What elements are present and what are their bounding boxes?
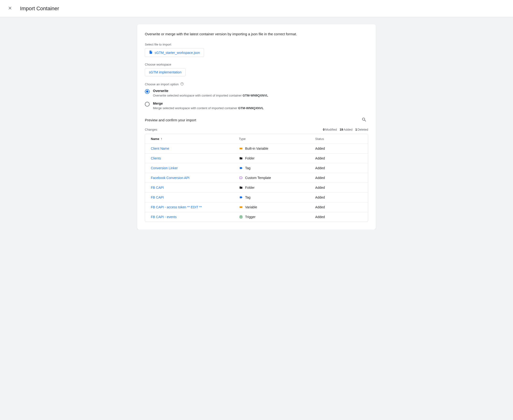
row-name-link[interactable]: FB CAPI - access token ** EDIT ** — [151, 205, 239, 209]
row-type: Variable — [239, 205, 315, 209]
row-type: Folder — [239, 186, 315, 189]
page-title: Import Container — [20, 6, 59, 12]
file-icon — [149, 50, 155, 55]
column-header-name[interactable]: Name ↑ — [151, 137, 239, 141]
row-type: Folder — [239, 156, 315, 160]
import-option-label: Choose an import option — [145, 82, 179, 86]
changes-row: Changes 0Modified 19Added 1Deleted — [145, 128, 368, 131]
import-options: Overwrite Overwrite selected workspace w… — [145, 89, 368, 110]
table-row: FB CAPI - access token ** EDIT **Variabl… — [145, 202, 368, 212]
merge-content: Merge Merge selected workspace with cont… — [153, 102, 264, 110]
changes-label: Changes — [145, 128, 157, 131]
row-type: Custom Template — [239, 176, 315, 180]
row-name-link[interactable]: FB CAPI — [151, 195, 239, 199]
table-row: Client NameBuilt-in VariableAdded — [145, 144, 368, 153]
row-type: Tag — [239, 166, 315, 170]
variable-icon — [239, 147, 243, 150]
help-icon[interactable] — [180, 82, 184, 87]
import-card: Overwrite or merge with the latest conta… — [137, 24, 376, 230]
row-status: Added — [315, 195, 362, 199]
folder-icon — [239, 186, 243, 189]
tag-icon — [239, 195, 243, 199]
folder-icon — [239, 156, 243, 160]
overwrite-radio[interactable]: Overwrite Overwrite selected workspace w… — [145, 89, 368, 97]
row-type: Trigger — [239, 215, 315, 219]
table-row: ClientsFolderAdded — [145, 153, 368, 163]
row-name-link[interactable]: Conversion Linker — [151, 166, 239, 170]
import-option-label-row: Choose an import option — [145, 82, 368, 87]
column-header-status[interactable]: Status — [315, 137, 362, 141]
changes-table: Name ↑ Type Status Client NameBuilt-in V… — [145, 134, 368, 222]
trigger-icon — [239, 215, 243, 219]
choose-workspace-label: Choose workspace — [145, 63, 368, 66]
row-status: Added — [315, 176, 362, 180]
table-row: Conversion LinkerTagAdded — [145, 163, 368, 173]
overwrite-content: Overwrite Overwrite selected workspace w… — [153, 89, 268, 97]
row-status: Added — [315, 147, 362, 150]
template-icon — [239, 176, 243, 180]
row-type: Built-in Variable — [239, 147, 315, 150]
row-name-link[interactable]: Clients — [151, 156, 239, 160]
close-icon — [8, 6, 12, 11]
merge-title: Merge — [153, 102, 264, 105]
changes-summary: 0Modified 19Added 1Deleted — [321, 128, 368, 131]
selected-file-name: sGTM_starter_workspace.json — [155, 51, 200, 55]
radio-selected-icon — [145, 89, 150, 94]
search-icon — [361, 120, 367, 123]
row-status: Added — [315, 166, 362, 170]
radio-unselected-icon — [145, 102, 150, 106]
overwrite-title: Overwrite — [153, 89, 268, 93]
preview-title: Preview and confirm your import — [145, 118, 196, 122]
table-row: FB CAPI - eventsTriggerAdded — [145, 212, 368, 222]
row-status: Added — [315, 186, 362, 189]
row-status: Added — [315, 215, 362, 219]
row-name-link[interactable]: Client Name — [151, 147, 239, 150]
container-id: GTM-WN9QXNVL — [243, 94, 268, 97]
intro-text: Overwrite or merge with the latest conta… — [145, 32, 368, 36]
row-status: Added — [315, 205, 362, 209]
row-name-link[interactable]: FB CAPI — [151, 186, 239, 189]
merge-radio[interactable]: Merge Merge selected workspace with cont… — [145, 102, 368, 110]
table-header: Name ↑ Type Status — [145, 134, 368, 144]
row-name-link[interactable]: Facebook Conversion API — [151, 176, 239, 180]
search-button[interactable] — [360, 116, 368, 124]
container-id: GTM-WN9QXNVL — [238, 106, 264, 110]
sort-ascending-icon: ↑ — [161, 137, 162, 141]
column-header-type[interactable]: Type — [239, 137, 315, 141]
table-row: Facebook Conversion APICustom TemplateAd… — [145, 173, 368, 183]
row-status: Added — [315, 156, 362, 160]
row-type: Tag — [239, 195, 315, 199]
modal-header: Import Container — [0, 0, 513, 17]
overwrite-desc: Overwrite selected workspace with conten… — [153, 94, 268, 97]
table-row: FB CAPITagAdded — [145, 193, 368, 202]
workspace-name: sGTM implementation — [149, 70, 182, 74]
row-name-link[interactable]: FB CAPI - events — [151, 215, 239, 219]
table-row: FB CAPIFolderAdded — [145, 183, 368, 193]
close-button[interactable] — [6, 4, 14, 13]
tag-icon — [239, 166, 243, 170]
select-file-label: Select file to import — [145, 43, 368, 46]
merge-desc: Merge selected workspace with content of… — [153, 106, 264, 110]
selected-file-button[interactable]: sGTM_starter_workspace.json — [145, 48, 204, 57]
preview-header: Preview and confirm your import — [145, 116, 368, 124]
svg-point-2 — [240, 216, 241, 218]
workspace-button[interactable]: sGTM implementation — [145, 68, 186, 76]
variable-icon — [239, 205, 243, 209]
